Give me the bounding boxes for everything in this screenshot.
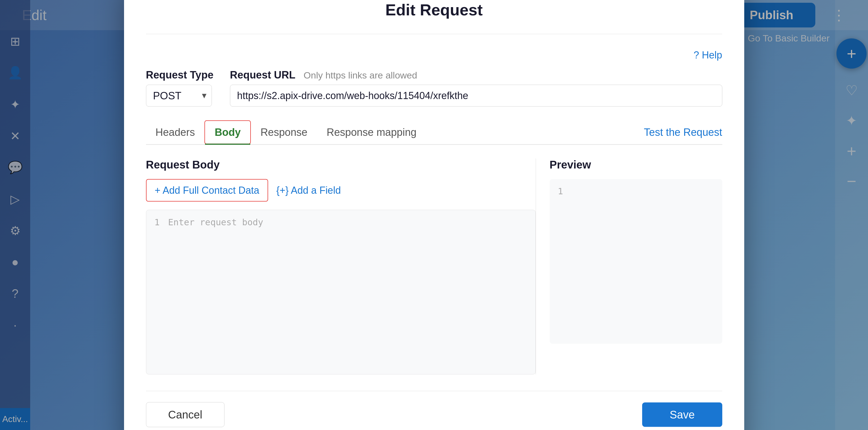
help-row: ? Help: [146, 49, 722, 61]
cancel-button[interactable]: Cancel: [146, 402, 225, 427]
add-field-button[interactable]: {+} Add a Field: [276, 179, 341, 202]
preview-line-number: 1: [558, 186, 563, 196]
code-placeholder: Enter request body: [168, 217, 264, 227]
body-section: Request Body + Add Full Contact Data {+}…: [146, 158, 722, 374]
test-request-link[interactable]: Test the Request: [644, 126, 722, 138]
line-number: 1: [155, 217, 163, 227]
tab-response-mapping[interactable]: Response mapping: [317, 121, 426, 144]
help-label: Help: [702, 49, 722, 61]
form-row: Request Type POST GET PUT PATCH DELETE ▼…: [146, 69, 722, 106]
help-link[interactable]: ? Help: [693, 49, 722, 61]
tab-response[interactable]: Response: [251, 121, 317, 144]
body-section-title: Request Body: [146, 158, 536, 171]
body-actions: + Add Full Contact Data {+} Add a Field: [146, 179, 536, 202]
modal-divider: [146, 34, 722, 34]
request-url-group: Request URL Only https links are allowed: [230, 69, 722, 106]
preview-area: 1: [550, 179, 722, 343]
help-circle-icon: ?: [693, 49, 699, 61]
body-right: Preview 1: [536, 158, 722, 374]
request-type-select-wrapper: POST GET PUT PATCH DELETE ▼: [146, 85, 214, 106]
request-url-label: Request URL Only https links are allowed: [230, 69, 722, 81]
body-left: Request Body + Add Full Contact Data {+}…: [146, 158, 536, 374]
tab-body[interactable]: Body: [205, 120, 251, 144]
modal-title: Edit Request: [146, 0, 722, 19]
request-type-select[interactable]: POST GET PUT PATCH DELETE: [146, 85, 212, 106]
preview-title: Preview: [550, 158, 722, 171]
request-url-note: Only https links are allowed: [304, 70, 417, 80]
tab-headers[interactable]: Headers: [146, 121, 205, 144]
request-type-label: Request Type: [146, 69, 214, 81]
save-button[interactable]: Save: [642, 402, 722, 427]
edit-request-modal: Edit Request ? Help Request Type POST GE…: [124, 0, 744, 430]
modal-footer: Cancel Save: [146, 391, 722, 427]
request-type-group: Request Type POST GET PUT PATCH DELETE ▼: [146, 69, 214, 106]
tabs-row: Headers Body Response Response mapping T…: [146, 120, 722, 145]
code-line-1: 1 Enter request body: [155, 217, 527, 227]
add-full-contact-button[interactable]: + Add Full Contact Data: [146, 179, 268, 202]
request-url-input[interactable]: [230, 85, 722, 106]
request-body-editor[interactable]: 1 Enter request body: [146, 210, 536, 374]
